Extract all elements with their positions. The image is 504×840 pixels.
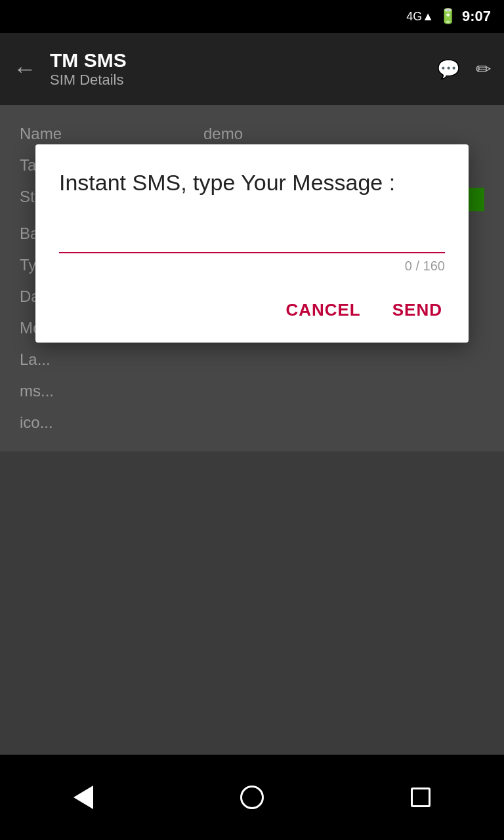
edit-icon: ✏ <box>476 59 491 79</box>
signal-icon: 4G▲ <box>406 10 434 24</box>
edit-button[interactable]: ✏ <box>476 58 491 80</box>
back-icon <box>74 786 93 809</box>
send-button[interactable]: SEND <box>390 293 445 327</box>
app-subtitle: SIM Details <box>50 72 424 89</box>
chat-button[interactable]: 💬 <box>437 58 460 80</box>
dialog-overlay: Instant SMS, type Your Message : 0 / 160… <box>0 105 504 755</box>
app-bar-actions: 💬 ✏ <box>437 58 491 80</box>
time-display: 9:07 <box>462 8 491 25</box>
battery-icon: 🔋 <box>439 8 457 25</box>
chat-icon: 💬 <box>437 59 460 79</box>
nav-bar <box>0 755 504 840</box>
app-bar-titles: TM SMS SIM Details <box>50 49 424 89</box>
app-bar: ← TM SMS SIM Details 💬 ✏ <box>0 33 504 105</box>
dialog-title: Instant SMS, type Your Message : <box>59 168 445 197</box>
home-icon <box>240 786 264 809</box>
nav-back-button[interactable] <box>74 786 93 809</box>
dialog-actions: CANCEL SEND <box>59 293 445 327</box>
char-count: 0 / 160 <box>59 259 445 274</box>
nav-home-button[interactable] <box>240 786 264 809</box>
recents-icon <box>411 788 430 807</box>
cancel-button[interactable]: CANCEL <box>283 293 363 327</box>
status-bar: 4G▲ 🔋 9:07 <box>0 0 504 33</box>
message-input[interactable] <box>59 223 445 253</box>
app-title: TM SMS <box>50 49 424 72</box>
back-button[interactable]: ← <box>13 55 37 83</box>
nav-recents-button[interactable] <box>411 788 430 807</box>
sms-dialog: Instant SMS, type Your Message : 0 / 160… <box>35 144 469 343</box>
